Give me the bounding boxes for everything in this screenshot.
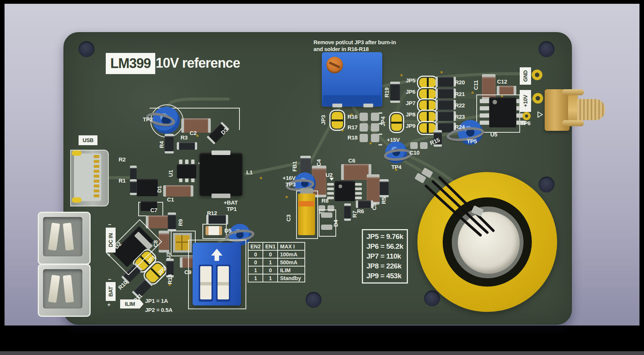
silkscreen-label: R5 bbox=[381, 197, 387, 204]
silkscreen-label: C1 bbox=[167, 197, 174, 203]
en-table-cell: 100mA bbox=[278, 250, 305, 258]
en-table-cell: 1 bbox=[263, 258, 278, 266]
resistor-r3 bbox=[177, 142, 197, 150]
silkscreen-label: R4 bbox=[159, 141, 165, 148]
u2-pins bbox=[327, 183, 334, 186]
silkscreen-label: C7 bbox=[150, 207, 158, 213]
silkscreen-label: C2 bbox=[190, 130, 197, 136]
en-table-cell: 0 bbox=[263, 266, 278, 274]
jumper-value-line: JP6 = 56.2k bbox=[366, 242, 403, 251]
silkscreen-label: U3 bbox=[165, 252, 171, 259]
silkscreen-label: U5 bbox=[490, 132, 497, 138]
silkscreen-label: L1 bbox=[246, 169, 253, 175]
silkscreen-badge: USB bbox=[79, 135, 97, 145]
note-line-1: Remove pot/cut JP3 after burn-in bbox=[314, 39, 396, 46]
sma-pin bbox=[562, 120, 584, 126]
en-table-cell: 0 bbox=[248, 250, 263, 258]
silkscreen-label: JP7 bbox=[406, 100, 415, 106]
silkscreen-label: R13 bbox=[167, 274, 173, 284]
dip-switch-lever-1[interactable] bbox=[200, 266, 212, 299]
capacitor-c1 bbox=[163, 185, 193, 197]
trimmer-pin bbox=[332, 104, 342, 107]
silkscreen-label: TP3 bbox=[286, 181, 296, 188]
usb-pads bbox=[94, 155, 99, 158]
capacitor-c3-tantalum bbox=[298, 194, 315, 235]
silkscreen-label: R12 bbox=[207, 210, 217, 216]
silkscreen-label: R20 bbox=[455, 79, 465, 85]
inductor-l1 bbox=[199, 153, 242, 196]
en-table-cell: 500mA bbox=[278, 258, 305, 266]
silkscreen-label: R19 bbox=[384, 87, 390, 98]
resistor-r7 bbox=[344, 203, 351, 221]
silkscreen-label: TP1 bbox=[227, 206, 237, 212]
silkscreen-label: U1 bbox=[168, 170, 174, 177]
en-table-cell: ILIM bbox=[278, 266, 305, 274]
silkscreen-label: D4 bbox=[333, 220, 339, 227]
silkscreen-label: R16 bbox=[347, 114, 358, 120]
silkscreen-label: U2 bbox=[326, 172, 333, 178]
via-dots bbox=[0, 0, 2, 2]
silkscreen-badge: GND bbox=[520, 67, 531, 85]
u3-pad-divider bbox=[181, 235, 182, 250]
en-table-header: EN1 bbox=[263, 242, 278, 250]
en-table-cell: 1 bbox=[248, 266, 263, 274]
diode-d1 bbox=[137, 179, 158, 196]
u5-pin1-dot bbox=[493, 100, 497, 104]
resistor-r22 bbox=[436, 100, 456, 110]
silkscreen-label: C12 bbox=[497, 79, 507, 85]
dip-switch-lever-2[interactable] bbox=[218, 266, 229, 299]
jumper-value-line: JP7 = 110k bbox=[366, 251, 403, 261]
sma-pin bbox=[562, 89, 584, 95]
jumper-value-line: JP8 = 226k bbox=[366, 261, 403, 271]
mounting-hole bbox=[539, 41, 554, 57]
usb-connector-shell-inner bbox=[74, 153, 101, 201]
jumper-jp4[interactable] bbox=[389, 112, 404, 133]
silkscreen-label: R2 bbox=[119, 157, 126, 163]
resistor-r23 bbox=[436, 111, 456, 121]
usb-mount-pads bbox=[72, 150, 82, 156]
jumper-value-line: JP5 = 9.76k bbox=[366, 232, 403, 242]
en-table-cell: 0 bbox=[263, 250, 278, 258]
silkscreen-label: R21 bbox=[455, 91, 465, 97]
en-table-cell: Standby bbox=[278, 274, 305, 282]
silkscreen-label: C3 bbox=[286, 214, 292, 222]
en-table-header: EN2 bbox=[248, 242, 263, 250]
silkscreen-label: + bbox=[107, 252, 110, 258]
c10-pads bbox=[410, 142, 418, 149]
silkscreen-badge: BAT bbox=[106, 282, 116, 301]
silkscreen-label: C9 bbox=[184, 269, 192, 275]
mounting-hole bbox=[539, 177, 554, 192]
resistor-r1 bbox=[130, 179, 137, 195]
trimmer-pin bbox=[363, 104, 373, 107]
silkscreen-label: + bbox=[107, 302, 110, 308]
bat-cavity bbox=[43, 269, 82, 308]
silkscreen-label: JP4 bbox=[380, 116, 386, 126]
silkscreen-label: JP2 = 0.5A bbox=[145, 307, 172, 313]
silkscreen-label: FB1 bbox=[292, 161, 298, 172]
u2-pin1-arrow bbox=[329, 178, 334, 181]
silkscreen-label: R9 bbox=[178, 219, 184, 226]
en-table-cell: 1 bbox=[263, 274, 278, 282]
silkscreen-label: C4 bbox=[316, 159, 322, 166]
note-line-2: and solder in R16-R18 bbox=[314, 46, 396, 53]
silkscreen-label: TP2 bbox=[143, 116, 153, 122]
jumper-jp3[interactable] bbox=[329, 110, 345, 131]
en-table-row: 1 1 Standby bbox=[248, 274, 305, 282]
plus10v-pad bbox=[533, 93, 543, 104]
en-table-row: 0 1 500mA bbox=[248, 258, 305, 266]
en-table-row: 0 0 100mA bbox=[248, 250, 305, 258]
ic-u2 bbox=[335, 181, 355, 201]
silkscreen-label: JP8 bbox=[406, 112, 415, 118]
silkscreen-label: R3 bbox=[181, 135, 188, 141]
r16-r17-r18-unpopulated-pads bbox=[360, 113, 368, 121]
silkscreen-label: C10 bbox=[409, 150, 420, 156]
u3-pad-divider bbox=[176, 242, 189, 243]
silkscreen-label: C6 bbox=[348, 158, 355, 164]
silkscreen-label: C5 bbox=[371, 203, 377, 210]
jumper-values-box: JP5 = 9.76kJP6 = 56.2kJP7 = 110kJP8 = 22… bbox=[362, 229, 408, 284]
silkscreen-label: JP3 bbox=[320, 115, 326, 125]
capacitor-c5 bbox=[367, 174, 380, 205]
silkscreen-label: D5 bbox=[224, 228, 232, 234]
silkscreen-label: R17 bbox=[347, 124, 358, 130]
scene: TP2R4R3C2D3U1L1C1D1R2R1C7R9C8U3JP1JP2R10… bbox=[0, 0, 644, 355]
